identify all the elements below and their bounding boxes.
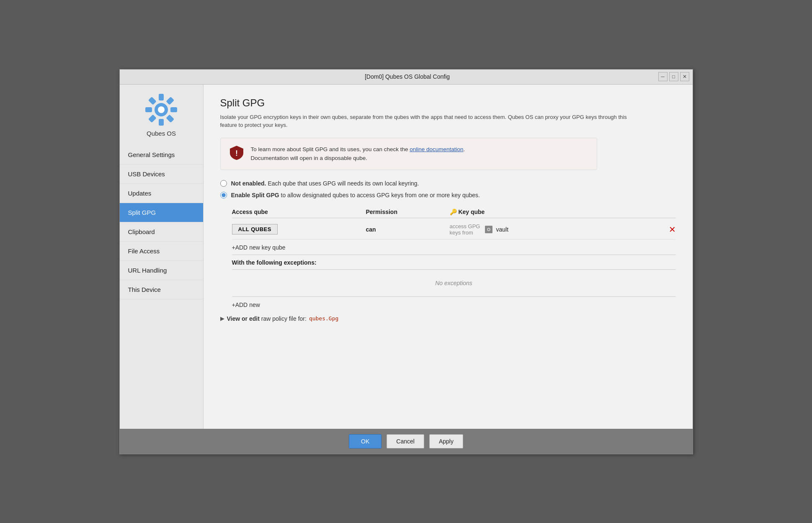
close-button[interactable]: ✕: [680, 72, 689, 81]
enable-split-gpg-radio-row: Enable Split GPG to allow designated qub…: [220, 192, 676, 198]
not-enabled-label[interactable]: Not enabled. Each qube that uses GPG wil…: [231, 180, 419, 187]
sidebar-item-updates[interactable]: Updates: [120, 184, 203, 203]
info-box: ! To learn more about Split GPG and its …: [220, 138, 597, 170]
vault-icon: [485, 226, 492, 233]
policy-filename: qubes.Gpg: [309, 315, 338, 322]
sidebar-item-usb-devices[interactable]: USB Devices: [120, 165, 203, 184]
cancel-button[interactable]: Cancel: [387, 434, 424, 448]
ok-button[interactable]: OK: [349, 434, 382, 448]
svg-rect-3: [166, 96, 174, 105]
svg-point-1: [158, 106, 165, 113]
maximize-button[interactable]: □: [669, 72, 678, 81]
sidebar-item-this-device[interactable]: This Device: [120, 280, 203, 299]
add-key-qube-row: +ADD new key qube: [232, 244, 676, 251]
titlebar: [Dom0] Qubes OS Global Config ─ □ ✕: [120, 70, 693, 85]
svg-rect-2: [159, 94, 164, 100]
access-qube-cell: ALL QUBES: [232, 224, 366, 234]
svg-rect-8: [145, 107, 152, 112]
minimize-button[interactable]: ─: [658, 72, 668, 81]
access-table: Access qube Permission 🔑 Key qube ALL QU…: [232, 206, 676, 309]
add-key-qube-link[interactable]: +ADD new key qube: [232, 244, 286, 251]
enable-split-gpg-radio[interactable]: [220, 192, 227, 198]
online-documentation-link[interactable]: online documentation: [410, 146, 463, 152]
main-window: [Dom0] Qubes OS Global Config ─ □ ✕: [119, 69, 693, 454]
app-name: Qubes OS: [147, 130, 176, 137]
policy-arrow-icon: ▶: [220, 315, 224, 322]
svg-rect-5: [166, 114, 174, 123]
col-header-permission: Permission: [366, 209, 450, 215]
table-row: ALL QUBES can access GPGkeys from: [232, 220, 676, 240]
all-qubes-button[interactable]: ALL QUBES: [232, 224, 278, 234]
not-enabled-radio-row: Not enabled. Each qube that uses GPG wil…: [220, 180, 676, 187]
sidebar: Qubes OS General Settings USB Devices Up…: [120, 85, 204, 429]
sidebar-item-clipboard[interactable]: Clipboard: [120, 222, 203, 242]
window-body: Qubes OS General Settings USB Devices Up…: [120, 85, 693, 429]
key-qube-cell: access GPGkeys from vault ✕: [450, 223, 676, 236]
not-enabled-radio[interactable]: [220, 180, 227, 187]
svg-rect-7: [148, 114, 157, 123]
svg-text:!: !: [235, 149, 238, 157]
info-text: To learn more about Split GPG and its us…: [251, 145, 465, 163]
warning-shield-icon: !: [229, 145, 244, 160]
sidebar-nav: General Settings USB Devices Updates Spl…: [120, 145, 203, 299]
bottom-bar: OK Cancel Apply: [120, 429, 693, 454]
radio-section: Not enabled. Each qube that uses GPG wil…: [220, 180, 676, 198]
col-header-key-qube: 🔑 Key qube: [450, 209, 676, 215]
enable-split-gpg-label[interactable]: Enable Split GPG to allow designated qub…: [231, 192, 480, 198]
page-description: Isolate your GPG encryption keys in thei…: [220, 113, 639, 129]
table-header: Access qube Permission 🔑 Key qube: [232, 206, 676, 218]
svg-point-13: [488, 229, 490, 230]
window-title: [Dom0] Qubes OS Global Config: [157, 73, 658, 80]
policy-row[interactable]: ▶ View or edit raw policy file for: qube…: [220, 315, 676, 322]
sidebar-item-url-handling[interactable]: URL Handling: [120, 261, 203, 280]
add-exception-row: +ADD new: [232, 301, 676, 309]
no-exceptions-text: No exceptions: [232, 273, 676, 293]
sidebar-item-file-access[interactable]: File Access: [120, 242, 203, 261]
svg-rect-9: [148, 96, 157, 105]
page-title: Split GPG: [220, 97, 676, 109]
app-logo: [144, 93, 178, 126]
main-content: Split GPG Isolate your GPG encryption ke…: [204, 85, 693, 429]
titlebar-controls: ─ □ ✕: [658, 72, 689, 81]
sidebar-item-general-settings[interactable]: General Settings: [120, 145, 203, 165]
delete-row-button[interactable]: ✕: [669, 224, 676, 234]
apply-button[interactable]: Apply: [429, 434, 463, 448]
sidebar-item-split-gpg[interactable]: Split GPG: [120, 203, 203, 222]
col-header-access: Access qube: [232, 209, 366, 215]
svg-rect-6: [159, 119, 164, 126]
policy-view-edit-text: View or edit raw policy file for:: [227, 315, 307, 322]
exceptions-header: With the following exceptions:: [232, 259, 676, 266]
permission-cell: can: [366, 226, 450, 233]
add-exception-link[interactable]: +ADD new: [232, 301, 260, 308]
svg-rect-4: [170, 107, 177, 112]
